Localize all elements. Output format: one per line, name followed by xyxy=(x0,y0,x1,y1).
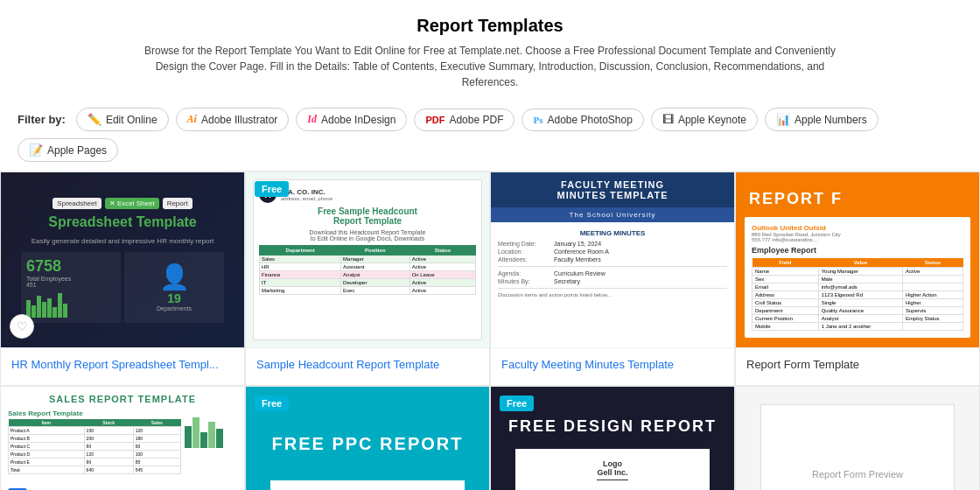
filter-label: Filter by: xyxy=(18,113,66,126)
card-3-title: Faculty Meeting Minutes Template xyxy=(491,347,734,385)
page-header: Report Templates Browse for the Report T… xyxy=(0,0,980,99)
filter-id-label: Adobe InDesign xyxy=(321,114,396,126)
filter-pdf-label: Adobe PDF xyxy=(449,114,503,126)
filter-edit-online-label: Edit Online xyxy=(106,114,158,126)
card-4-thumbnail: REPORT F Outlook United Outsid 880 Red S… xyxy=(736,172,979,347)
keynote-icon: 🎞 xyxy=(662,113,674,126)
filter-ai-label: Adobe Illustrator xyxy=(201,114,277,126)
filter-edit-online[interactable]: ✏️ Edit Online xyxy=(76,108,169,131)
pdf-icon: PDF xyxy=(425,115,444,125)
card-headcount[interactable]: Free A A.A. CO. INC. address, email, pho… xyxy=(245,172,490,386)
card-4-title: Report Form Template xyxy=(736,347,979,385)
filter-apple-keynote[interactable]: 🎞 Apple Keynote xyxy=(651,108,758,131)
card-7-thumbnail: Free FREE DESIGN REPORT LogoGell Inc. xyxy=(491,387,734,490)
pages-icon: 📝 xyxy=(29,144,43,157)
page-title: Report Templates xyxy=(52,16,928,36)
card-2-title: Sample Headcount Report Template xyxy=(246,347,489,385)
filter-adobe-illustrator[interactable]: Ai Adobe Illustrator xyxy=(176,108,290,131)
card-ppc[interactable]: Free FREE PPC REPORT LogoMaxner Inc. Fre… xyxy=(245,386,490,490)
heart-button-1[interactable]: ♡ xyxy=(10,314,34,339)
filter-pages-label: Apple Pages xyxy=(47,144,107,157)
card-6-thumbnail: Free FREE PPC REPORT LogoMaxner Inc. xyxy=(246,387,489,490)
filter-bar: Filter by: ✏️ Edit Online Ai Adobe Illus… xyxy=(0,99,980,172)
card-1-title: HR Monthly Report Spreadsheet Templ... xyxy=(1,347,244,385)
ai-icon: Ai xyxy=(187,113,197,126)
templates-grid: Spreadsheet ✕ Excel Sheet Report Spreads… xyxy=(0,172,980,490)
card-sales[interactable]: SALES REPORT TEMPLATE Sales Report Templ… xyxy=(0,386,245,490)
filter-numbers-label: Apple Numbers xyxy=(794,114,867,126)
filter-adobe-photoshop[interactable]: Ps Adobe PhotoShop xyxy=(522,108,643,131)
page-container: Report Templates Browse for the Report T… xyxy=(0,0,980,490)
card-8-thumbnail: Report Form Preview xyxy=(736,387,979,490)
id-icon: Id xyxy=(307,113,317,126)
card-design[interactable]: Free FREE DESIGN REPORT LogoGell Inc. Fr… xyxy=(490,386,735,490)
filter-apple-pages[interactable]: 📝 Apple Pages xyxy=(18,138,118,162)
card-2-thumbnail: Free A A.A. CO. INC. address, email, pho… xyxy=(246,172,489,347)
filter-ps-label: Adobe PhotoShop xyxy=(547,114,632,126)
edit-icon: ✏️ xyxy=(88,113,102,126)
card-faculty[interactable]: FACULTY MEETINGMINUTES TEMPLATE The Scho… xyxy=(490,172,735,386)
card-hr-spreadsheet[interactable]: Spreadsheet ✕ Excel Sheet Report Spreads… xyxy=(0,172,245,386)
card-report-form-2[interactable]: Report Form Preview Report Form Template xyxy=(735,386,980,490)
card-1-thumbnail: Spreadsheet ✕ Excel Sheet Report Spreads… xyxy=(1,172,244,347)
card-5-thumbnail: SALES REPORT TEMPLATE Sales Report Templ… xyxy=(1,387,244,490)
filter-keynote-label: Apple Keynote xyxy=(678,114,746,126)
ps-icon: Ps xyxy=(533,115,542,125)
numbers-icon: 📊 xyxy=(776,113,790,126)
filter-adobe-pdf[interactable]: PDF Adobe PDF xyxy=(414,108,514,131)
card-report-form-partial[interactable]: REPORT F Outlook United Outsid 880 Red S… xyxy=(735,172,980,386)
filter-apple-numbers[interactable]: 📊 Apple Numbers xyxy=(765,108,878,131)
free-badge-6: Free xyxy=(255,396,289,411)
free-badge-7: Free xyxy=(500,396,534,411)
free-badge-2: Free xyxy=(255,181,289,197)
card-3-thumbnail: FACULTY MEETINGMINUTES TEMPLATE The Scho… xyxy=(491,172,734,347)
filter-adobe-indesign[interactable]: Id Adobe InDesign xyxy=(296,108,407,131)
page-description: Browse for the Report Template You Want … xyxy=(131,43,849,90)
